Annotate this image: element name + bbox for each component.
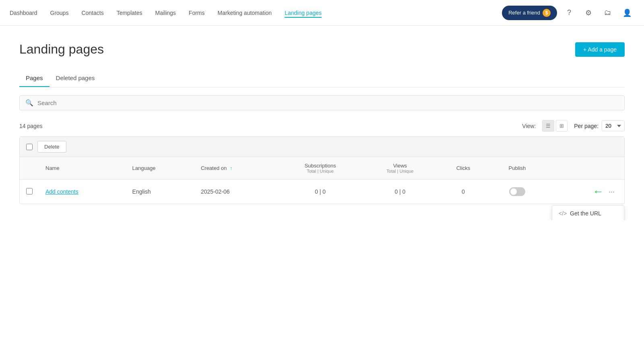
row-publish-cell [489, 180, 545, 204]
table-toolbar: Delete [20, 137, 624, 157]
row-language-cell: English [126, 180, 194, 204]
settings-button[interactable]: ⚙ [581, 6, 596, 20]
page-title: Landing pages [19, 42, 104, 57]
col-actions [546, 157, 624, 180]
dropdown-get-url[interactable]: </> Get the URL [552, 206, 624, 220]
row-clicks-cell: 0 [438, 180, 489, 204]
view-controls: View: ☰ ⊞ Per page: 20 50 100 [522, 120, 625, 132]
row-created-on-cell: 2025-02-06 [194, 180, 278, 204]
col-views: Views Total | Unique [362, 157, 438, 180]
table-header-row: Name Language Created on ↑ Subscriptions… [20, 157, 624, 180]
sort-icon: ↑ [230, 165, 232, 171]
per-page-control: Per page: 20 50 100 [574, 120, 625, 131]
nav-links: Dashboard Groups Contacts Templates Mail… [10, 8, 322, 18]
nav-forms[interactable]: Forms [189, 8, 205, 18]
dropdown-menu: </> Get the URL ✏ Edit → ☰ [552, 205, 624, 220]
row-actions-cell: ← ··· </> Get the URL ✏ Edit [546, 180, 624, 204]
col-language: Language [126, 157, 194, 180]
nav-templates[interactable]: Templates [117, 8, 142, 18]
col-name: Name [39, 157, 126, 180]
row-checkbox[interactable] [26, 188, 33, 194]
add-page-button[interactable]: + Add a page [575, 42, 625, 57]
table-info-bar: 14 pages View: ☰ ⊞ Per page: 20 50 100 [19, 120, 625, 132]
nav-dashboard[interactable]: Dashboard [10, 8, 37, 18]
nav-groups[interactable]: Groups [50, 8, 69, 18]
publish-toggle[interactable] [509, 187, 525, 196]
nav-contacts[interactable]: Contacts [81, 8, 103, 18]
refer-friend-button[interactable]: Refer a friend $ [502, 6, 557, 20]
landing-pages-table: Delete Name Language Created on ↑ [19, 136, 625, 204]
top-navigation: Dashboard Groups Contacts Templates Mail… [0, 0, 644, 26]
folder-button[interactable]: 🗂 [601, 6, 615, 20]
view-label: View: [522, 123, 536, 129]
row-checkbox-cell [20, 180, 39, 204]
get-url-icon: </> [559, 210, 566, 217]
nav-right-controls: Refer a friend $ ? ⚙ 🗂 👤 [502, 6, 634, 20]
col-created-on[interactable]: Created on ↑ [194, 157, 278, 180]
col-subscriptions: Subscriptions Total | Unique [278, 157, 362, 180]
nav-marketing-automation[interactable]: Marketing automation [218, 8, 272, 18]
view-buttons: ☰ ⊞ [542, 120, 568, 132]
help-button[interactable]: ? [562, 6, 576, 20]
annotation-arrow-left: ← [592, 185, 604, 198]
bulk-delete-button[interactable]: Delete [37, 141, 66, 153]
tab-pages[interactable]: Pages [19, 70, 50, 87]
col-publish: Publish [489, 157, 545, 180]
page-header: Landing pages + Add a page [19, 42, 625, 57]
select-all-checkbox[interactable] [26, 144, 33, 150]
nav-mailings[interactable]: Mailings [155, 8, 175, 18]
row-name-link[interactable]: Add contents [45, 188, 78, 195]
profile-button[interactable]: 👤 [620, 6, 634, 20]
col-checkbox [20, 157, 39, 180]
dropdown-get-url-label: Get the URL [570, 210, 601, 217]
more-options-button[interactable]: ··· [605, 186, 618, 198]
col-clicks: Clicks [438, 157, 489, 180]
toggle-slider [509, 187, 525, 196]
search-bar: 🔍 [19, 95, 625, 110]
main-content: Landing pages + Add a page Pages Deleted… [0, 26, 644, 220]
pages-count: 14 pages [19, 123, 43, 129]
row-subscriptions-cell: 0 | 0 [278, 180, 362, 204]
tab-deleted-pages[interactable]: Deleted pages [50, 70, 101, 87]
row-views-cell: 0 | 0 [362, 180, 438, 204]
tab-bar: Pages Deleted pages [19, 70, 625, 87]
list-view-button[interactable]: ☰ [542, 120, 554, 132]
search-input[interactable] [37, 99, 619, 106]
per-page-select[interactable]: 20 50 100 [602, 120, 625, 131]
grid-view-button[interactable]: ⊞ [556, 120, 568, 132]
search-icon: 🔍 [25, 99, 33, 107]
nav-landing-pages[interactable]: Landing pages [285, 8, 322, 18]
refer-label: Refer a friend [508, 10, 540, 16]
table-row: Add contents English 2025-02-06 0 | 0 0 … [20, 180, 624, 204]
per-page-label: Per page: [574, 123, 599, 129]
row-name-cell: Add contents [39, 180, 126, 204]
row-actions: ← ··· [552, 185, 618, 198]
dollar-icon: $ [543, 9, 551, 17]
